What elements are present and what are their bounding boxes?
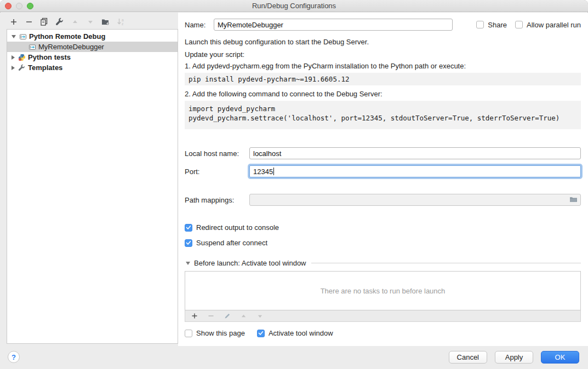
svg-text:z: z	[122, 22, 123, 26]
show-this-page-checkbox[interactable]	[185, 330, 192, 337]
chevron-expanded-icon[interactable]	[186, 262, 190, 265]
settrace-code-line2: pydevd_pycharm.settrace('localhost', por…	[189, 113, 577, 123]
chevron-collapsed-icon[interactable]	[12, 66, 15, 70]
name-row: Name: MyRemoteDebugger Share Allow paral…	[185, 19, 581, 31]
cancel-button[interactable]: Cancel	[449, 351, 487, 364]
allow-parallel-run-checkbox[interactable]	[515, 21, 523, 28]
config-form: Name: MyRemoteDebugger Share Allow paral…	[185, 13, 581, 348]
copy-icon[interactable]	[39, 17, 49, 26]
step2-text: 2. Add the following command to connect …	[185, 90, 581, 99]
before-launch-section-header[interactable]: Before launch: Activate tool window	[185, 259, 581, 267]
name-label: Name:	[185, 21, 214, 29]
ok-button[interactable]: OK	[541, 351, 579, 364]
add-icon[interactable]	[190, 312, 199, 321]
chevron-collapsed-icon[interactable]	[12, 55, 15, 60]
update-script-text: Update your script:	[185, 50, 581, 59]
local-host-value: localhost	[253, 149, 281, 158]
activate-tool-window-checkbox-item[interactable]: Activate tool window	[257, 329, 333, 337]
footer-buttons: Cancel Apply OK	[449, 351, 579, 364]
empty-task-list-text: There are no tasks to run before launch	[321, 287, 446, 295]
step1-text: 1. Add pydevd-pycharm.egg from the PyCha…	[185, 62, 581, 71]
python-tests-icon	[18, 53, 26, 61]
activate-tool-window-checkbox[interactable]	[257, 330, 265, 337]
section-divider	[311, 263, 581, 263]
name-input[interactable]: MyRemoteDebugger	[214, 19, 453, 31]
suspend-after-connect-label: Suspend after connect	[196, 239, 267, 247]
configurations-tree: Python Remote Debug MyRemoteDebugger Pyt…	[7, 29, 178, 344]
move-down-icon[interactable]	[255, 312, 265, 321]
name-value: MyRemoteDebugger	[218, 21, 283, 29]
port-row: Port: 12345	[185, 165, 581, 177]
svg-text:a: a	[122, 18, 124, 22]
share-checkbox[interactable]	[476, 21, 484, 28]
redirect-output-label: Redirect output to console	[196, 223, 279, 232]
sort-alphabetically-icon[interactable]: az	[116, 17, 125, 26]
tree-item-python-remote-debug[interactable]: Python Remote Debug	[7, 31, 178, 42]
chevron-expanded-icon[interactable]	[12, 35, 16, 38]
text-caret	[273, 168, 274, 175]
suspend-after-connect-checkbox[interactable]	[185, 239, 192, 247]
tree-item-python-tests[interactable]: Python tests	[7, 52, 178, 62]
redirect-output-checkbox[interactable]	[185, 224, 192, 232]
before-launch-title: Before launch: Activate tool window	[194, 259, 306, 267]
share-label: Share	[488, 21, 507, 29]
path-mappings-label: Path mappings:	[185, 196, 249, 204]
show-this-page-checkbox-item[interactable]: Show this page	[185, 329, 245, 337]
allow-parallel-run-label: Allow parallel run	[527, 21, 581, 29]
settrace-code-block: import pydevd_pycharm pydevd_pycharm.set…	[185, 101, 581, 129]
run-debug-configurations-dialog: Run/Debug Configurations az	[0, 0, 588, 369]
tree-item-label: MyRemoteDebugger	[38, 43, 104, 51]
task-list-toolbar	[185, 310, 581, 322]
wrench-icon	[18, 64, 26, 72]
move-up-icon[interactable]	[239, 312, 248, 321]
port-label: Port:	[185, 168, 249, 176]
path-mappings-input	[249, 194, 581, 206]
configurations-toolbar: az	[9, 17, 125, 26]
remove-icon[interactable]	[206, 312, 215, 321]
move-down-icon[interactable]	[85, 17, 95, 26]
settrace-code-line1: import pydevd_pycharm	[189, 104, 577, 113]
edit-defaults-wrench-icon[interactable]	[55, 17, 64, 26]
move-up-icon[interactable]	[70, 17, 79, 26]
port-value: 12345	[253, 168, 273, 176]
local-host-input[interactable]: localhost	[249, 147, 581, 159]
config-panel: Name: MyRemoteDebugger Share Allow paral…	[178, 13, 588, 348]
help-button[interactable]: ?	[8, 351, 20, 363]
pip-install-code-block: pip install pydevd-pycharm~=191.6605.12	[185, 73, 581, 85]
add-icon[interactable]	[9, 17, 18, 26]
tree-item-templates[interactable]: Templates	[7, 62, 178, 73]
local-host-row: Local host name: localhost	[185, 147, 581, 159]
name-row-checkboxes: Share Allow parallel run	[476, 21, 581, 29]
path-mappings-row: Path mappings:	[185, 194, 581, 206]
edit-pencil-icon[interactable]	[222, 312, 232, 321]
bottom-checkboxes: Show this page Activate tool window	[185, 329, 581, 337]
dialog-body: az Python Remote Debug MyRemoteDebugger …	[0, 13, 588, 346]
activate-tool-window-label: Activate tool window	[269, 329, 333, 337]
share-checkbox-item[interactable]: Share	[476, 21, 507, 29]
tree-item-label: Templates	[28, 64, 62, 72]
browse-folder-icon[interactable]	[569, 196, 578, 205]
dialog-footer: ? Cancel Apply OK	[0, 346, 588, 369]
redirect-output-checkbox-item[interactable]: Redirect output to console	[185, 223, 581, 232]
before-launch-task-list: There are no tasks to run before launch	[185, 271, 581, 310]
local-host-label: Local host name:	[185, 149, 249, 158]
window-title: Run/Debug Configurations	[0, 0, 588, 12]
port-input[interactable]: 12345	[249, 165, 581, 177]
allow-parallel-run-checkbox-item[interactable]: Allow parallel run	[515, 21, 581, 29]
help-icon: ?	[12, 353, 16, 361]
intro-text: Launch this debug configuration to start…	[185, 38, 581, 47]
apply-button[interactable]: Apply	[495, 351, 533, 364]
titlebar: Run/Debug Configurations	[0, 0, 588, 12]
suspend-after-connect-checkbox-item[interactable]: Suspend after connect	[185, 239, 581, 247]
tree-item-label: Python Remote Debug	[29, 32, 105, 41]
remote-debug-config-icon	[28, 43, 36, 51]
show-this-page-label: Show this page	[196, 329, 245, 337]
tree-item-label: Python tests	[28, 53, 71, 61]
tree-item-myremotedebugger[interactable]: MyRemoteDebugger	[7, 42, 178, 52]
remote-debug-config-icon	[19, 32, 27, 41]
remove-icon[interactable]	[24, 17, 33, 26]
new-folder-icon[interactable]	[101, 17, 110, 26]
